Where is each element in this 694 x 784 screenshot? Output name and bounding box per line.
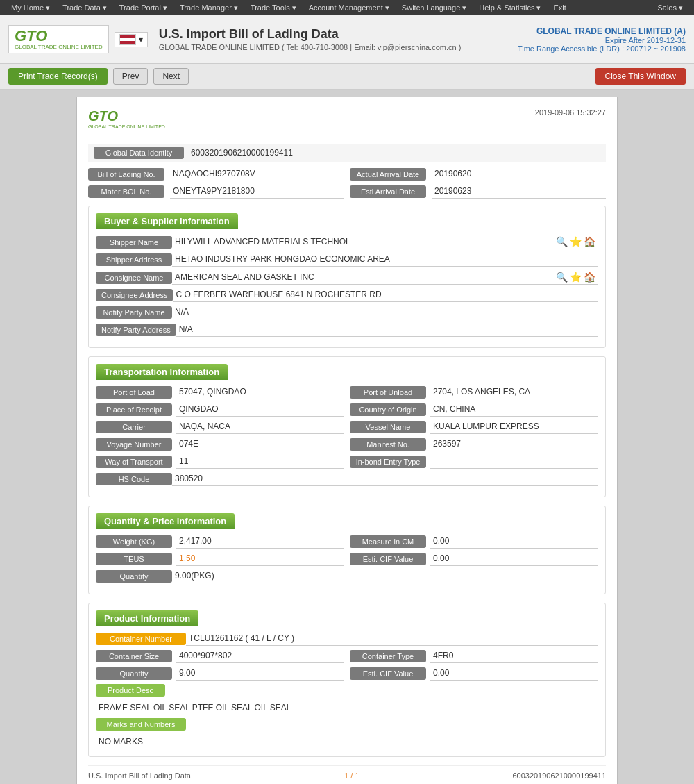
notify-party-address-label: Notify Party Address: [96, 324, 176, 336]
place-of-receipt-label: Place of Receipt: [96, 403, 172, 416]
shipper-name-label: Shipper Name: [96, 236, 172, 249]
inbond-col: In-bond Entry Type: [350, 455, 598, 469]
marks-row: Marks and Numbers: [96, 718, 598, 731]
record-logo-sub: GLOBAL TRADE ONLINE LIMITED: [88, 124, 165, 129]
measure-value: 0.00: [430, 535, 598, 549]
shipper-name-row: Shipper Name HILYWILL ADVANCED MATERIALS…: [96, 235, 598, 249]
print-button-top[interactable]: Print Trade Record(s): [8, 68, 108, 85]
weight-label: Weight (KG): [96, 535, 172, 548]
teus-col: TEUS 1.50: [96, 552, 344, 566]
esti-cif-value: 0.00: [430, 552, 598, 566]
consignee-search-icon[interactable]: 🔍: [556, 272, 568, 283]
nav-my-home[interactable]: My Home ▾: [6, 2, 56, 14]
record-logo-text: GTO: [88, 108, 118, 124]
nav-items: My Home ▾ Trade Data ▾ Trade Portal ▾ Tr…: [6, 2, 572, 14]
container-size-col: Container Size 4000*907*802: [96, 649, 344, 663]
page-title: U.S. Import Bill of Lading Data: [159, 27, 518, 42]
record-footer-page: 1 / 1: [344, 772, 359, 780]
header: GTO GLOBAL TRADE ONLINE LIMITED ▾ U.S. I…: [0, 15, 694, 64]
shipper-name-value: HILYWILL ADVANCED MATERIALS TECHNOL: [175, 237, 556, 247]
consignee-star-icon[interactable]: ⭐: [570, 272, 582, 283]
nav-trade-tools[interactable]: Trade Tools ▾: [245, 2, 302, 14]
hs-code-row: HS Code 380520: [96, 472, 598, 486]
vessel-name-value: KUALA LUMPUR EXPRESS: [430, 420, 598, 434]
product-qty-cif-row: Quantity 9.00 Esti. CIF Value 0.00: [96, 667, 598, 681]
prev-button-top[interactable]: Prev: [113, 68, 149, 85]
shipper-home-icon[interactable]: 🏠: [584, 236, 595, 247]
master-bol-left: Mater BOL No. ONEYTA9PY2181800: [88, 185, 344, 199]
dropdown-arrow-icon: ▾: [139, 35, 143, 44]
way-of-transport-label: Way of Transport: [96, 456, 172, 468]
close-button-top[interactable]: Close This Window: [595, 68, 686, 85]
carrier-vessel-row: Carrier NAQA, NACA Vessel Name KUALA LUM…: [96, 420, 598, 434]
container-size-type-row: Container Size 4000*907*802 Container Ty…: [96, 649, 598, 663]
ldr-range: Time Range Accessible (LDR) : 200712 ~ 2…: [518, 44, 686, 53]
product-cif-col: Esti. CIF Value 0.00: [350, 667, 598, 681]
vessel-name-col: Vessel Name KUALA LUMPUR EXPRESS: [350, 420, 598, 434]
action-bar-top: Print Trade Record(s) Prev Next Close Th…: [0, 64, 694, 90]
measure-col: Measure in CM 0.00: [350, 535, 598, 549]
record-header: GTO GLOBAL TRADE ONLINE LIMITED 2019-09-…: [88, 108, 606, 135]
nav-exit[interactable]: Exit: [548, 2, 571, 14]
port-of-unload-label: Port of Unload: [350, 386, 426, 399]
top-navigation: My Home ▾ Trade Data ▾ Trade Portal ▾ Tr…: [0, 0, 694, 15]
voyage-number-label: Voyage Number: [96, 438, 172, 451]
qp-quantity-label: Quantity: [96, 570, 172, 583]
transport-header: Transportation Information: [96, 364, 228, 380]
record-container: GTO GLOBAL TRADE ONLINE LIMITED 2019-09-…: [76, 97, 618, 784]
logo: GTO GLOBAL TRADE ONLINE LIMITED: [15, 28, 103, 50]
nav-trade-manager[interactable]: Trade Manager ▾: [174, 2, 244, 14]
container-type-col: Container Type 4FR0: [350, 649, 598, 663]
next-button-top[interactable]: Next: [153, 68, 189, 85]
actual-arrival-label: Actual Arrival Date: [350, 168, 426, 181]
inbond-entry-value: [430, 455, 598, 469]
bol-row: Bill of Lading No. NAQAOCHI9270708V Actu…: [88, 167, 606, 181]
shipper-search-icon[interactable]: 🔍: [556, 236, 568, 247]
product-qty-label: Quantity: [96, 667, 172, 680]
voyage-col: Voyage Number 074E: [96, 437, 344, 451]
bol-no-value: NAQAOCHI9270708V: [170, 167, 344, 181]
qp-quantity-value: 9.00(PKG): [172, 569, 598, 583]
shipper-address-value: HETAO INDUSTRY PARK HONGDAO ECONOMIC ARE…: [172, 253, 598, 267]
nav-trade-portal[interactable]: Trade Portal ▾: [114, 2, 173, 14]
weight-value: 2,417.00: [176, 535, 344, 549]
container-size-label: Container Size: [96, 650, 172, 662]
quantity-price-section: Quantity & Price Information Weight (KG)…: [88, 506, 606, 594]
container-number-value: TCLU1261162 ( 41 / L / CY ): [186, 632, 598, 646]
master-bol-row: Mater BOL No. ONEYTA9PY2181800 Esti Arri…: [88, 185, 606, 199]
esti-cif-col: Esti. CIF Value 0.00: [350, 552, 598, 566]
shipper-star-icon[interactable]: ⭐: [570, 236, 582, 247]
country-of-origin-label: Country of Origin: [350, 403, 426, 416]
container-type-label: Container Type: [350, 650, 426, 662]
port-row: Port of Load 57047, QINGDAO Port of Unlo…: [96, 385, 598, 399]
main-content: GTO GLOBAL TRADE ONLINE LIMITED 2019-09-…: [0, 90, 694, 784]
record-footer-id: 6003201906210000199411: [512, 772, 606, 780]
notify-party-name-value: N/A: [172, 306, 598, 319]
flag-area[interactable]: ▾: [115, 32, 148, 47]
port-of-load-label: Port of Load: [96, 386, 172, 399]
container-type-value: 4FR0: [430, 649, 598, 663]
container-size-value: 4000*907*802: [176, 649, 344, 663]
nav-account-management[interactable]: Account Management ▾: [303, 2, 395, 14]
consignee-name-row: Consignee Name AMERICAN SEAL AND GASKET …: [96, 270, 598, 285]
hs-code-value: 380520: [172, 472, 598, 486]
nav-switch-language[interactable]: Switch Language ▾: [396, 2, 472, 14]
consignee-name-value: AMERICAN SEAL AND GASKET INC: [175, 272, 556, 282]
way-transport-col: Way of Transport 11: [96, 455, 344, 469]
nav-sales[interactable]: Sales ▾: [652, 2, 688, 14]
notify-party-address-value: N/A: [176, 323, 598, 337]
expire-date: Expire After 2019-12-31: [518, 36, 686, 44]
consignee-address-value: C O FERBER WAREHOUSE 6841 N ROCHESTER RD: [173, 288, 598, 302]
nav-trade-data[interactable]: Trade Data ▾: [57, 2, 112, 14]
receipt-origin-row: Place of Receipt QINGDAO Country of Orig…: [96, 403, 598, 417]
nav-help-statistics[interactable]: Help & Statistics ▾: [473, 2, 546, 14]
teus-value: 1.50: [176, 552, 344, 566]
weight-col: Weight (KG) 2,417.00: [96, 535, 344, 549]
consignee-home-icon[interactable]: 🏠: [584, 272, 595, 283]
record-footer-title: U.S. Import Bill of Lading Data: [88, 772, 191, 780]
global-id-row: Global Data Identity 6003201906210000199…: [88, 144, 606, 162]
carrier-label: Carrier: [96, 421, 172, 433]
product-desc-row: Product Desc: [96, 684, 598, 697]
marks-value: NO MARKS: [96, 734, 598, 749]
product-section: Product Information Container Number TCL…: [88, 603, 606, 757]
